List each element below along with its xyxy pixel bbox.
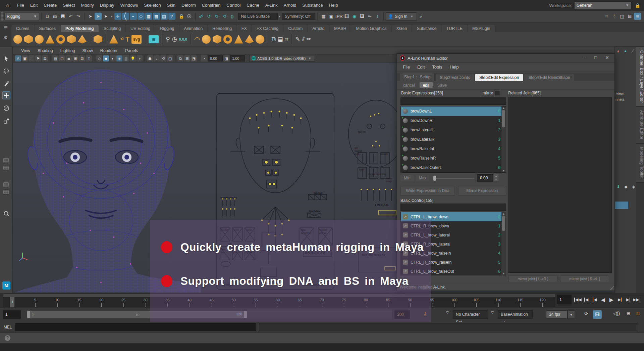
expression-row[interactable]: browRaiseInL 4 <box>401 144 506 153</box>
shelf-tab[interactable]: MSPlugin <box>468 25 495 32</box>
menu-item[interactable]: Windows <box>117 0 141 11</box>
play-backwards-button[interactable]: ◀ <box>599 295 607 304</box>
render-sequence-icon[interactable]: 🎞 <box>343 13 350 20</box>
chevron-down-icon[interactable]: ▾ <box>278 15 282 18</box>
measure-tool-icon[interactable]: ⫽ <box>302 35 305 44</box>
fps-dropdown-arrow[interactable]: ▼ <box>568 310 575 319</box>
current-time-marker[interactable]: 1 <box>10 297 14 307</box>
sync-icon[interactable]: ⊕ <box>627 311 631 316</box>
scroll-up-icon[interactable]: ▲ <box>501 106 506 109</box>
help-icon[interactable]: ? <box>5 335 10 341</box>
snap-to-curve-icon[interactable]: 〱 <box>122 13 129 20</box>
shadows-icon[interactable]: ◑ <box>137 55 143 61</box>
character-controls-icon[interactable]: 🕴 <box>611 13 618 20</box>
anim-layer-dropdown[interactable]: BaseAnimation ++ <box>498 310 533 319</box>
scroll-down-icon[interactable]: ▼ <box>501 169 506 172</box>
shelf-tab[interactable]: UV Editing <box>126 25 155 32</box>
safe-title-icon[interactable]: T <box>86 55 92 61</box>
write-expression-button[interactable]: Write Expression In Dna <box>400 186 455 195</box>
hypershade-icon[interactable]: ◉ <box>351 13 358 20</box>
range-start-handle[interactable] <box>27 311 30 318</box>
step-back-frame-button[interactable]: ◀ <box>583 295 590 304</box>
panel-layout-icon[interactable]: ◫ <box>619 13 626 20</box>
shelf-tab[interactable]: XGen <box>392 25 412 32</box>
max-button[interactable]: Max <box>416 175 429 181</box>
snap-to-view-plane-icon[interactable]: ▦ <box>145 13 152 20</box>
gate-mask-icon[interactable]: ◙ <box>66 55 72 61</box>
rotate-tool-icon[interactable] <box>2 104 10 112</box>
step-tab[interactable]: Step4:Edit BlendShape <box>524 74 574 81</box>
save-button[interactable]: Save <box>434 82 450 88</box>
selected-layer-row[interactable] <box>615 202 628 209</box>
select-by-component-icon[interactable]: ➤ <box>102 13 109 20</box>
shaded-icon[interactable]: ◆ <box>103 55 109 61</box>
step-tab[interactable]: Step2:Edit Joints <box>435 74 474 81</box>
new-layer-selected-icon[interactable]: ◈ <box>631 184 636 189</box>
mirror-joint-lr-button[interactable]: mirror joint [ L->R ] <box>508 275 557 282</box>
scroll-up-icon[interactable]: ▲ <box>501 212 506 215</box>
shelf-tab[interactable]: FX <box>237 25 252 32</box>
maximize-button[interactable]: □ <box>591 55 600 61</box>
poly-sphere-icon[interactable] <box>13 35 22 44</box>
shelf-tab[interactable]: Surfaces <box>35 25 60 32</box>
snap-to-point-icon[interactable]: ⌁ <box>130 13 137 20</box>
curve-spiral-icon[interactable]: ༄ <box>120 35 123 44</box>
snap-help-icon[interactable]: ? <box>168 13 175 20</box>
shelf-tab[interactable]: Custom <box>283 25 307 32</box>
quad-draw-icon[interactable]: ✏ <box>307 35 311 44</box>
joint-tool-icon[interactable]: ⚲ <box>166 35 170 44</box>
menu-item[interactable]: A-Link <box>262 0 281 11</box>
step-back-key-button[interactable]: ◀ <box>591 295 598 304</box>
component-grid-icon[interactable] <box>3 182 9 187</box>
pencil-tool-icon[interactable]: ✎ <box>295 35 300 44</box>
menu-item[interactable]: Display <box>97 0 117 11</box>
control-scrollbar[interactable]: ▲ ▼ <box>501 212 506 275</box>
render-current-frame-icon[interactable]: ▣ <box>328 13 335 20</box>
lattice-icon[interactable]: ⌗ <box>285 35 288 44</box>
mirror-expression-button[interactable]: Mirror Expression <box>458 186 506 195</box>
step-tab[interactable]: Step1： Setup <box>400 73 435 81</box>
grid-display-icon[interactable]: ⌗ <box>603 13 610 20</box>
playblast-icon[interactable]: 🎞 <box>593 310 602 319</box>
expression-scrollbar[interactable]: ▲ ▼ <box>501 106 506 172</box>
color-wheel-icon[interactable]: ▲ <box>615 48 621 54</box>
mel-input[interactable] <box>15 323 256 331</box>
expression-row[interactable]: browDownR 1 <box>401 116 506 125</box>
output-operations-icon[interactable]: ↻ <box>213 13 220 20</box>
mirror-icon[interactable]: ⧉ <box>271 35 275 44</box>
object-grid-icon[interactable] <box>3 189 9 194</box>
panel-menu-item[interactable]: Panels <box>122 48 141 53</box>
auto-key-icon[interactable]: ⚿ <box>636 311 640 316</box>
shelf-gear-icon[interactable]: ⚙ <box>4 35 8 40</box>
select-camera-icon[interactable]: A <box>15 55 21 61</box>
bookmark-icon[interactable]: ⚑ <box>35 55 41 61</box>
chevron-down-icon[interactable]: ▾ <box>110 15 114 18</box>
select-by-object-icon[interactable]: ➤ <box>95 13 102 20</box>
alink-menu-item[interactable]: Edit <box>414 64 428 70</box>
resolution-gate-icon[interactable]: ◻ <box>59 55 65 61</box>
character-set-dropdown[interactable]: No Character Set <box>453 310 488 319</box>
menu-item[interactable]: Help <box>326 0 341 11</box>
poly-pyramid-icon[interactable] <box>78 35 87 44</box>
shelf-tab[interactable]: Sculpting <box>99 25 125 32</box>
poly-cube-icon[interactable] <box>24 35 33 44</box>
panel-menu-item[interactable]: Show <box>79 48 96 53</box>
menu-item[interactable]: Deform <box>178 0 199 11</box>
panel-menu-item[interactable]: View <box>18 48 34 53</box>
chevron-down-icon[interactable]: ▽ <box>491 311 494 314</box>
frame-all-icon[interactable]: ⟲ <box>160 55 166 61</box>
wireframe-icon[interactable]: ◇ <box>96 55 102 61</box>
shelf-tab[interactable]: Substance <box>412 25 441 32</box>
toolbox-toggle-icon[interactable]: ≋ <box>634 13 641 20</box>
isolate-select-icon[interactable]: ☗ <box>147 55 153 61</box>
poly-cone-icon[interactable] <box>46 35 54 44</box>
highlight-selection-icon[interactable]: 🖸 <box>186 13 193 20</box>
value-spinner[interactable]: ▲▼ <box>494 174 498 181</box>
menu-item[interactable]: Control <box>223 0 244 11</box>
alink-menu-item[interactable]: Tools <box>429 64 445 70</box>
close-button[interactable]: ✕ <box>602 55 612 61</box>
step-tab[interactable]: Step3:Edit Expression <box>475 74 523 81</box>
current-frame-field[interactable]: 1 <box>557 295 572 304</box>
move-tool-icon[interactable] <box>2 91 10 99</box>
poly-cylinder-icon[interactable] <box>35 35 44 44</box>
